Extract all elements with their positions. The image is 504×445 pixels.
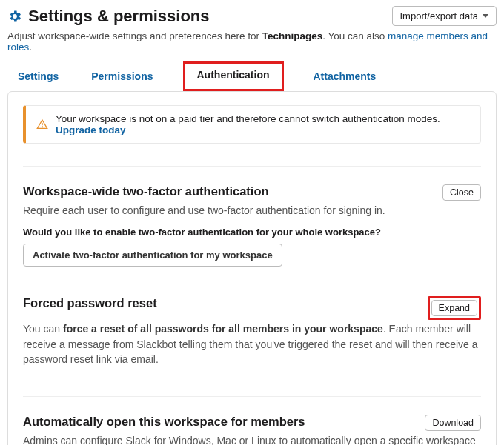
page-subheading: Adjust workspace-wide settings and prefe… [7,30,497,53]
svg-point-1 [42,127,42,127]
auto-title: Automatically open this workspace for me… [23,415,305,429]
expand-button[interactable]: Expand [431,300,477,316]
section-forced-reset: Forced password reset Expand You can for… [23,296,481,367]
import-export-label: Import/export data [400,10,479,21]
tab-bar: Settings Permissions Authentication Atta… [7,63,497,92]
close-button[interactable]: Close [442,184,481,201]
settings-panel: Your workspace is not on a paid tier and… [7,91,497,445]
warning-icon [36,118,48,130]
download-button[interactable]: Download [425,415,481,431]
tab-settings[interactable]: Settings [15,63,62,91]
divider [23,396,481,397]
page-title: Settings & permissions [28,7,210,26]
expand-highlight: Expand [428,296,481,320]
tab-authentication[interactable]: Authentication [183,61,284,91]
forced-desc: You can force a reset of all passwords f… [23,321,481,367]
upgrade-link[interactable]: Upgrade today [56,124,126,135]
auto-desc: Admins can configure Slack for Windows, … [23,433,481,445]
gear-icon [7,9,22,24]
import-export-button[interactable]: Import/export data [392,6,497,26]
section-auto-open: Automatically open this workspace for me… [23,415,481,445]
twofa-title: Workspace-wide two-factor authentication [23,184,269,198]
twofa-prompt: Would you like to enable two-factor auth… [23,227,481,238]
tier-alert: Your workspace is not on a paid tier and… [23,105,481,144]
twofa-desc: Require each user to configure and use t… [23,203,481,218]
page-header: Settings & permissions Import/export dat… [7,6,497,26]
section-twofa: Workspace-wide two-factor authentication… [23,184,481,267]
divider [23,166,481,167]
tab-attachments[interactable]: Attachments [311,63,379,91]
activate-twofa-button[interactable]: Activate two-factor authentication for m… [23,244,282,267]
chevron-down-icon [483,14,488,18]
forced-title: Forced password reset [23,296,157,310]
tab-permissions[interactable]: Permissions [88,63,156,91]
